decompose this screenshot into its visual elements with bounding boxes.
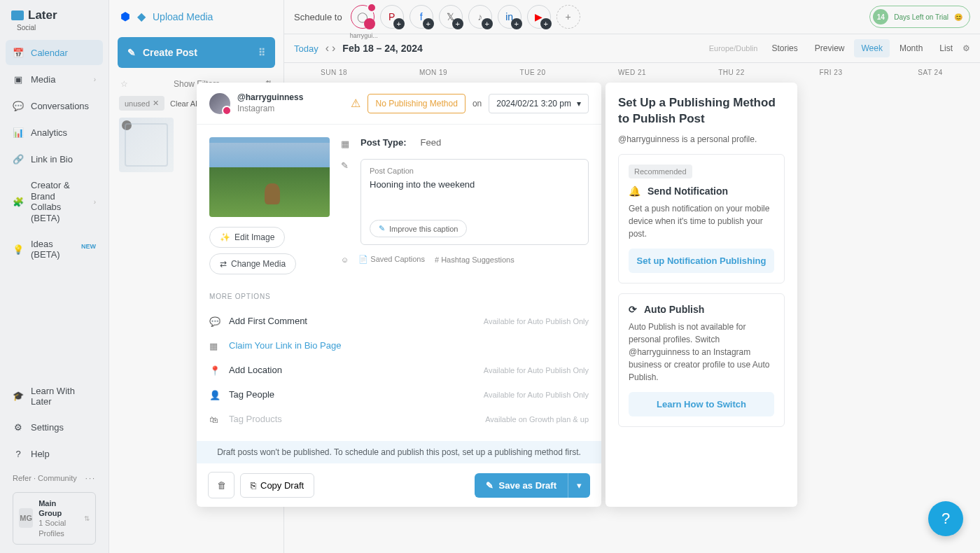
more-options: MORE OPTIONS 💬 Add First Comment Availab… — [197, 293, 601, 441]
swap-icon: ⇄ — [220, 259, 227, 269]
instagram-badge-icon — [222, 106, 232, 115]
card-body: Auto Publish is not available for person… — [629, 321, 774, 384]
account-names: @harryguinness Instagram — [237, 92, 303, 114]
sidebar-title: Set Up a Publishing Method to Publish Po… — [618, 95, 785, 127]
linkbio-icon: ▦ — [209, 340, 220, 351]
recommended-badge: Recommended — [629, 164, 692, 178]
sidebar-subtitle: @harryguinness is a personal profile. — [618, 134, 785, 144]
opt-link-bio[interactable]: ▦ Claim Your Link in Bio Page — [209, 333, 589, 358]
trash-icon: 🗑 — [217, 480, 226, 491]
opt-label: Add First Comment — [229, 316, 307, 326]
datetime-value: 2024/02/21 3:20 pm — [496, 99, 571, 108]
delete-button[interactable]: 🗑 — [208, 472, 234, 498]
opt-tag-people[interactable]: 👤 Tag People Available for Auto Publish … — [209, 382, 589, 407]
caption-text[interactable]: Hooning into the weekend — [370, 179, 580, 214]
opt-location[interactable]: 📍 Add Location Available for Auto Publis… — [209, 358, 589, 382]
setup-notification-button[interactable]: Set up Notification Publishing — [629, 248, 774, 273]
account-handle: @harryguinness — [237, 92, 303, 104]
btn-label: Save as Draft — [499, 480, 556, 491]
save-draft-group: ✎Save as Draft ▾ — [475, 473, 590, 498]
opt-availability: Available for Auto Publish Only — [484, 317, 589, 326]
btn-label: Change Media — [231, 259, 286, 269]
wand-icon: ✎ — [379, 224, 385, 233]
location-icon: 📍 — [209, 364, 220, 376]
help-fab[interactable]: ? — [928, 501, 963, 536]
pencil-icon: ✎ — [486, 480, 493, 491]
post-image[interactable] — [209, 137, 330, 217]
image-buttons: ✨Edit Image ⇄Change Media — [209, 227, 330, 274]
modal-sidebar: Set Up a Publishing Method to Publish Po… — [606, 83, 797, 507]
publishing-method-pill[interactable]: No Publishing Method — [368, 94, 465, 113]
modal-main: @harryguinness Instagram ⚠ No Publishing… — [197, 83, 601, 507]
saved-captions[interactable]: 📄 Saved Captions — [358, 255, 425, 264]
card-body: Get a push notification on your mobile d… — [629, 202, 774, 240]
save-draft-dropdown[interactable]: ▾ — [568, 473, 590, 498]
autopublish-icon: ⟳ — [629, 304, 637, 315]
datetime-picker[interactable]: 2024/02/21 3:20 pm ▾ — [489, 94, 589, 113]
post-type-row: ▦ Post Type: Feed — [341, 137, 589, 149]
opt-tag-products: 🛍 Tag Products Available on Growth plan … — [209, 407, 589, 431]
btn-label: Copy Draft — [260, 480, 304, 491]
change-media-button[interactable]: ⇄Change Media — [209, 253, 296, 274]
caption-row: ✎ Post Caption Hooning into the weekend … — [341, 159, 589, 245]
caption-label: Post Caption — [370, 167, 580, 175]
modal-body: ✨Edit Image ⇄Change Media ▦ Post Type: F… — [197, 125, 601, 287]
chevron-down-icon: ▾ — [577, 99, 581, 108]
bag-icon: 🛍 — [209, 413, 220, 425]
learn-switch-button[interactable]: Learn How to Switch — [629, 392, 774, 416]
on-label: on — [472, 99, 482, 108]
modal-footer: 🗑 ⎘Copy Draft ✎Save as Draft ▾ — [197, 463, 601, 507]
account-avatar — [209, 93, 230, 114]
warning-icon: ⚠ — [351, 97, 360, 110]
card-header: 🔔 Send Notification — [629, 186, 774, 197]
hashtag-suggestions[interactable]: # Hashtag Suggestions — [435, 255, 514, 264]
fields-column: ▦ Post Type: Feed ✎ Post Caption Hooning… — [341, 137, 589, 274]
draft-banner: Draft posts won't be published. To sched… — [197, 441, 601, 463]
opt-first-comment[interactable]: 💬 Add First Comment Available for Auto P… — [209, 309, 589, 333]
card-title: Send Notification — [648, 186, 728, 197]
copy-draft-button[interactable]: ⎘Copy Draft — [240, 473, 314, 498]
btn-label: Improve this caption — [389, 225, 458, 233]
modal-header: @harryguinness Instagram ⚠ No Publishing… — [197, 83, 601, 125]
post-type-label: Post Type: — [360, 137, 407, 148]
btn-label: Edit Image — [234, 232, 274, 242]
post-modal: @harryguinness Instagram ⚠ No Publishing… — [197, 83, 797, 507]
bell-icon: 🔔 — [629, 186, 640, 197]
opt-label: Claim Your Link in Bio Page — [229, 340, 341, 351]
opt-availability: Available on Growth plan & up — [485, 415, 589, 424]
caption-tools: ☺ 📄 Saved Captions # Hashtag Suggestions — [341, 255, 589, 264]
opt-label: Tag Products — [229, 414, 282, 424]
opt-availability: Available for Auto Publish Only — [484, 391, 589, 399]
grid-icon: ▦ — [341, 137, 352, 149]
emoji-picker-icon[interactable]: ☺ — [341, 255, 349, 264]
caption-icon: ✎ — [341, 159, 352, 171]
card-header: ⟳ Auto Publish — [629, 304, 774, 315]
opt-label: Tag People — [229, 389, 274, 400]
edit-image-button[interactable]: ✨Edit Image — [209, 227, 285, 248]
improve-caption-button[interactable]: ✎Improve this caption — [370, 220, 467, 237]
card-title: Auto Publish — [644, 304, 704, 315]
opt-label: Add Location — [229, 365, 282, 375]
sparkle-icon: ✨ — [220, 232, 230, 242]
comment-icon: 💬 — [209, 315, 220, 327]
help-bubble-icon: ? — [941, 510, 950, 528]
opt-availability: Available for Auto Publish Only — [484, 366, 589, 374]
more-options-label: MORE OPTIONS — [209, 293, 589, 300]
image-column: ✨Edit Image ⇄Change Media — [209, 137, 330, 274]
account-platform: Instagram — [237, 104, 303, 115]
post-type-value: Feed — [421, 137, 442, 148]
card-notification: Recommended 🔔 Send Notification Get a pu… — [618, 154, 785, 284]
person-icon: 👤 — [209, 388, 220, 400]
copy-icon: ⎘ — [251, 480, 256, 491]
caption-box[interactable]: Post Caption Hooning into the weekend ✎I… — [360, 159, 589, 245]
card-autopublish: ⟳ Auto Publish Auto Publish is not avail… — [618, 293, 785, 427]
save-draft-button[interactable]: ✎Save as Draft — [475, 473, 568, 498]
